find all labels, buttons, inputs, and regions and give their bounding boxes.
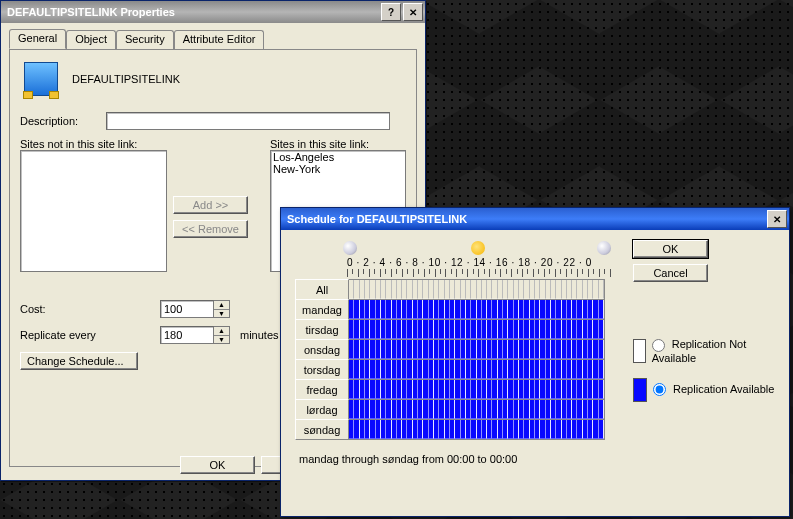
cost-spinner[interactable]: ▲▼: [160, 300, 230, 318]
schedule-title: Schedule for DEFAULTIPSITELINK: [287, 213, 467, 225]
day-button[interactable]: onsdag: [295, 339, 349, 360]
moon-icon-2: [597, 241, 611, 255]
replicate-unit: minutes: [240, 329, 279, 341]
legend-swatch-available: [633, 378, 647, 402]
properties-title: DEFAULTIPSITELINK Properties: [7, 6, 175, 18]
cost-up-icon[interactable]: ▲: [214, 301, 229, 310]
list-item[interactable]: New-York: [271, 163, 405, 175]
schedule-cancel-button[interactable]: Cancel: [633, 264, 708, 282]
schedule-close-button[interactable]: ✕: [767, 210, 787, 228]
sites-not-in-list[interactable]: [20, 150, 167, 272]
legend-not-available[interactable]: Replication Not Available: [652, 338, 777, 364]
radio-available[interactable]: [653, 383, 666, 396]
hour-axis: 0 · 2 · 4 · 6 · 8 · 10 · 12 · 14 · 16 · …: [347, 257, 592, 268]
legend-swatch-not-available: [633, 339, 646, 363]
remove-button[interactable]: << Remove: [173, 220, 248, 238]
tab-object[interactable]: Object: [66, 30, 116, 50]
schedule-status: mandag through søndag from 00:00 to 00:0…: [299, 453, 615, 465]
change-schedule-button[interactable]: Change Schedule...: [20, 352, 138, 370]
cost-down-icon[interactable]: ▼: [214, 310, 229, 318]
cost-label: Cost:: [20, 303, 160, 315]
ok-button[interactable]: OK: [180, 456, 255, 474]
schedule-grid[interactable]: [349, 279, 605, 439]
close-button[interactable]: ✕: [403, 3, 423, 21]
tab-security[interactable]: Security: [116, 30, 174, 50]
sites-not-in-label: Sites not in this site link:: [20, 138, 167, 150]
add-button[interactable]: Add >>: [173, 196, 248, 214]
axis-ticks: [347, 269, 615, 277]
list-item[interactable]: Los-Angeles: [271, 151, 405, 163]
tab-attribute-editor[interactable]: Attribute Editor: [174, 30, 265, 50]
properties-titlebar[interactable]: DEFAULTIPSITELINK Properties ? ✕: [1, 1, 425, 23]
radio-not-available[interactable]: [652, 339, 665, 352]
day-button[interactable]: lørdag: [295, 399, 349, 420]
schedule-window: Schedule for DEFAULTIPSITELINK ✕ 0 · 2 ·…: [280, 207, 790, 517]
cost-input[interactable]: [160, 300, 214, 318]
replicate-input[interactable]: [160, 326, 214, 344]
legend-available[interactable]: Replication Available: [653, 383, 774, 397]
description-label: Description:: [20, 115, 106, 127]
sitelink-icon: [24, 62, 58, 96]
tab-strip: General Object Security Attribute Editor: [1, 23, 425, 49]
schedule-ok-button[interactable]: OK: [633, 240, 708, 258]
day-button[interactable]: mandag: [295, 299, 349, 320]
day-button[interactable]: fredag: [295, 379, 349, 400]
sites-in-label: Sites in this site link:: [270, 138, 406, 150]
replicate-label: Replicate every: [20, 329, 160, 341]
day-button[interactable]: søndag: [295, 419, 349, 440]
description-input[interactable]: [106, 112, 390, 130]
moon-icon: [343, 241, 357, 255]
object-name: DEFAULTIPSITELINK: [72, 73, 180, 85]
day-button[interactable]: torsdag: [295, 359, 349, 380]
help-button[interactable]: ?: [381, 3, 401, 21]
schedule-titlebar[interactable]: Schedule for DEFAULTIPSITELINK ✕: [281, 208, 789, 230]
replicate-spinner[interactable]: ▲▼: [160, 326, 230, 344]
sun-icon: [471, 241, 485, 255]
all-days-button[interactable]: All: [295, 279, 349, 300]
day-button[interactable]: tirsdag: [295, 319, 349, 340]
tab-general[interactable]: General: [9, 29, 66, 49]
replicate-up-icon[interactable]: ▲: [214, 327, 229, 336]
replicate-down-icon[interactable]: ▼: [214, 336, 229, 344]
